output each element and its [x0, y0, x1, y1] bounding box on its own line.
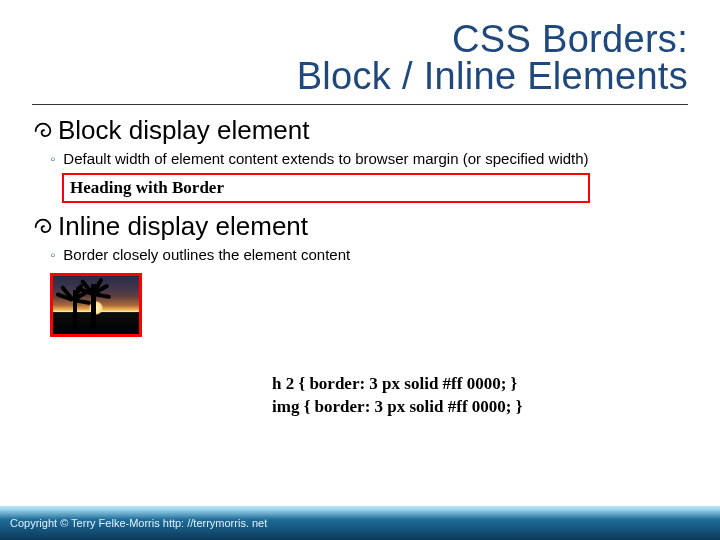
sub-bullet-marker: ◦	[50, 246, 55, 263]
inline-heading-text: Inline display element	[58, 211, 308, 242]
sub-bullet-marker: ◦	[50, 150, 55, 167]
title-divider	[32, 104, 688, 105]
inline-border-example-image	[50, 273, 142, 337]
code-line-2: img { border: 3 px solid #ff 0000; }	[272, 396, 688, 419]
title-line-2: Block / Inline Elements	[32, 55, 688, 98]
footer-bar: Copyright © Terry Felke-Morris http: //t…	[0, 506, 720, 540]
inline-sub-text: Border closely outlines the element cont…	[63, 246, 350, 263]
bullet-block-display: Block display element	[32, 115, 688, 146]
bullet-inline-display: Inline display element	[32, 211, 688, 242]
block-sub-text: Default width of element content extends…	[63, 150, 588, 167]
inline-sub-bullet: ◦Border closely outlines the element con…	[50, 246, 688, 263]
block-heading-text: Block display element	[58, 115, 309, 146]
block-sub-bullet: ◦Default width of element content extend…	[50, 150, 688, 167]
swirl-bullet-icon	[32, 216, 54, 238]
footer-text: Copyright © Terry Felke-Morris http: //t…	[10, 517, 267, 529]
block-border-example: Heading with Border	[62, 173, 590, 203]
css-code-example: h 2 { border: 3 px solid #ff 0000; } img…	[272, 373, 688, 419]
slide-content: CSS Borders: Block / Inline Elements Blo…	[0, 0, 720, 419]
slide-title: CSS Borders: Block / Inline Elements	[32, 18, 688, 98]
swirl-bullet-icon	[32, 120, 54, 142]
code-line-1: h 2 { border: 3 px solid #ff 0000; }	[272, 373, 688, 396]
